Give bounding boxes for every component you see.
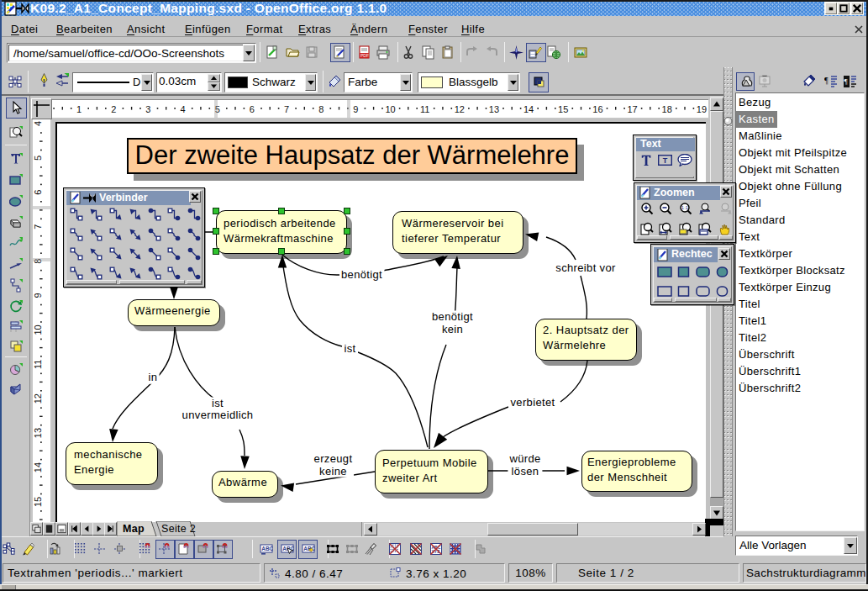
svg-text:14: 14 [33, 462, 43, 472]
svg-text:9: 9 [353, 104, 358, 114]
svg-text:10: 10 [385, 104, 395, 114]
svg-text:6: 6 [250, 104, 255, 114]
svg-text:6: 6 [33, 190, 43, 195]
svg-text:11: 11 [33, 360, 43, 369]
svg-text:10: 10 [33, 325, 43, 335]
svg-text:12: 12 [455, 104, 465, 114]
svg-text:13: 13 [489, 104, 499, 114]
svg-text:1:1: 1:1 [681, 205, 689, 210]
svg-text:8: 8 [318, 104, 324, 114]
svg-text:4: 4 [33, 121, 43, 126]
svg-text:T: T [663, 156, 668, 165]
svg-text:16: 16 [592, 104, 602, 114]
svg-text:15: 15 [558, 104, 568, 114]
svg-text:¶: ¶ [824, 76, 829, 85]
svg-text:ABC: ABC [261, 546, 273, 551]
svg-text:3: 3 [145, 104, 150, 114]
svg-text:7: 7 [284, 104, 289, 114]
svg-text:1: 1 [76, 104, 82, 114]
svg-text:5: 5 [33, 156, 43, 161]
svg-text:15: 15 [33, 497, 43, 507]
svg-text:18: 18 [662, 104, 672, 114]
svg-text:8: 8 [33, 259, 43, 264]
svg-text:9: 9 [33, 293, 43, 298]
svg-text:¶: ¶ [844, 77, 848, 86]
svg-text:12: 12 [33, 393, 43, 404]
svg-text:19: 19 [697, 104, 707, 114]
svg-text:2: 2 [111, 104, 116, 114]
svg-text:4: 4 [181, 104, 186, 114]
svg-text:17: 17 [627, 104, 637, 114]
svg-text:5: 5 [215, 104, 220, 114]
svg-text:7: 7 [33, 224, 43, 230]
svg-text:13: 13 [33, 428, 43, 438]
svg-text:11: 11 [420, 104, 429, 114]
svg-text:14: 14 [523, 104, 534, 114]
svg-text:PDF: PDF [360, 53, 369, 58]
